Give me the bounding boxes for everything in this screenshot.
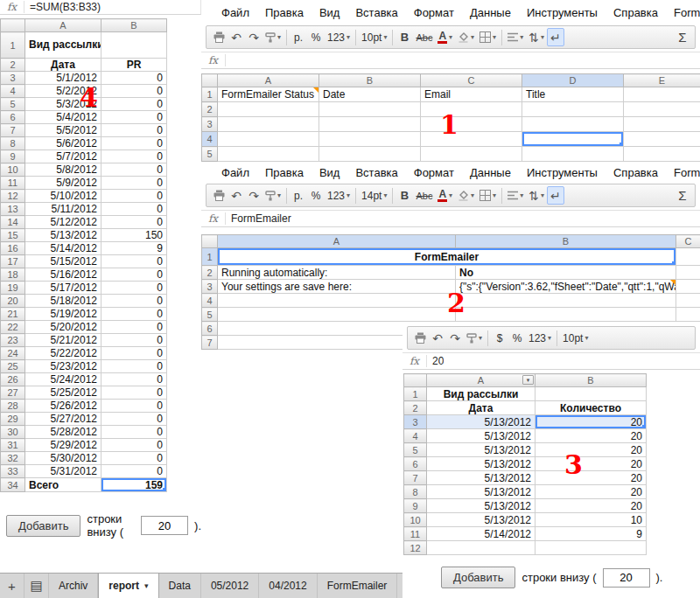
row-number[interactable]: 25 — [1, 360, 25, 373]
value-cell[interactable]: 150 — [102, 229, 167, 242]
running-automatically-label-cell[interactable]: Running automatically: — [218, 266, 456, 280]
cell[interactable] — [624, 102, 700, 117]
value-cell[interactable]: 20 — [536, 443, 647, 457]
undo-icon[interactable]: ↶ — [429, 329, 446, 348]
date-cell[interactable]: 5/11/2012 — [25, 203, 102, 216]
value-cell[interactable]: 20 — [536, 471, 647, 485]
cell[interactable] — [676, 308, 700, 322]
row-number[interactable]: 29 — [1, 413, 25, 426]
cell[interactable] — [218, 117, 319, 132]
cell[interactable] — [522, 147, 624, 162]
column-header[interactable]: C — [676, 235, 700, 248]
cell[interactable] — [522, 117, 624, 132]
value-cell[interactable]: 0 — [102, 137, 167, 150]
row-number[interactable]: 32 — [1, 452, 25, 465]
formula-value[interactable]: FormEmailer — [226, 212, 291, 225]
row-number[interactable]: 22 — [1, 321, 25, 334]
column-header[interactable]: B — [319, 74, 421, 87]
merged-title-cell[interactable]: FormEmailer — [218, 248, 676, 266]
header-date-cell[interactable]: Дата — [25, 59, 102, 72]
value-cell[interactable]: 20 — [536, 457, 647, 471]
menu-item[interactable]: FormEmailer — [666, 3, 700, 22]
row-number[interactable]: 12 — [1, 190, 25, 203]
cell[interactable] — [421, 147, 522, 162]
cell[interactable] — [319, 132, 421, 147]
row-number[interactable]: 19 — [1, 282, 25, 295]
cell-title[interactable]: Title — [522, 87, 624, 102]
value-cell[interactable]: 0 — [102, 413, 167, 426]
selected-cell[interactable] — [522, 132, 624, 147]
redo-icon[interactable]: ↷ — [245, 186, 262, 205]
date-cell[interactable]: 5/5/2012 — [25, 124, 102, 137]
row-number[interactable]: 5 — [404, 443, 427, 457]
total-label-cell[interactable]: Всего — [25, 478, 102, 492]
date-cell[interactable]: 5/13/2012 — [427, 513, 536, 527]
value-cell[interactable]: 0 — [102, 111, 167, 124]
date-cell[interactable]: 5/22/2012 — [25, 347, 102, 360]
settings-label-cell[interactable]: Your settings are save here: — [218, 280, 456, 294]
date-cell[interactable]: 5/7/2012 — [25, 150, 102, 163]
menu-item[interactable]: Вставка — [347, 163, 405, 182]
cell[interactable] — [536, 541, 647, 555]
formula-value[interactable]: 20 — [427, 355, 444, 367]
sheet-tab[interactable]: 05/2012 — [201, 574, 259, 598]
column-header[interactable]: A — [25, 19, 102, 32]
row-number[interactable]: 3 — [1, 72, 25, 85]
cell[interactable] — [456, 308, 676, 322]
row-number[interactable]: 8 — [404, 485, 427, 499]
menu-item[interactable]: Справка — [606, 3, 666, 22]
date-cell[interactable]: 5/13/2012 — [427, 429, 536, 443]
horizontal-align-button[interactable]: ▾ — [505, 186, 526, 205]
currency-format-button[interactable]: р. — [290, 28, 307, 47]
row-number[interactable]: 10 — [404, 513, 427, 527]
number-format-button[interactable]: 123▾ — [325, 28, 353, 47]
value-cell[interactable]: 0 — [102, 124, 167, 137]
menu-item[interactable]: Вид — [312, 3, 348, 22]
row-number[interactable]: 4 — [404, 429, 427, 443]
date-cell[interactable]: 5/16/2012 — [25, 268, 102, 282]
value-cell[interactable]: 0 — [102, 72, 167, 85]
cell[interactable] — [218, 132, 319, 147]
undo-icon[interactable]: ↶ — [228, 186, 245, 205]
row-number[interactable]: 26 — [1, 373, 25, 386]
date-cell[interactable]: 5/24/2012 — [25, 373, 102, 386]
column-header[interactable]: B — [456, 235, 676, 248]
date-cell[interactable]: 5/25/2012 — [25, 386, 102, 400]
total-value-cell[interactable]: 159 — [102, 478, 167, 492]
cell[interactable] — [676, 294, 700, 308]
row-number[interactable]: 9 — [404, 499, 427, 513]
column-dropdown-icon[interactable]: ▾ — [522, 375, 534, 385]
row-number[interactable]: 1 — [202, 248, 218, 266]
cell[interactable] — [624, 147, 700, 162]
column-header[interactable]: A — [218, 235, 456, 248]
print-icon[interactable] — [411, 329, 429, 348]
number-format-button[interactable]: 123▾ — [526, 329, 554, 348]
corner-cell[interactable] — [404, 374, 427, 387]
date-cell[interactable]: 5/30/2012 — [25, 452, 102, 465]
font-size-button[interactable]: 10pt▾ — [359, 28, 389, 47]
row-number[interactable]: 8 — [1, 137, 25, 150]
column-header[interactable]: C — [421, 74, 522, 87]
row-number[interactable]: 2 — [202, 266, 218, 280]
value-cell[interactable]: 0 — [102, 255, 167, 268]
corner-cell[interactable] — [1, 19, 25, 32]
sheet-tab[interactable]: report▾ — [98, 574, 158, 598]
horizontal-align-button[interactable]: ▾ — [505, 28, 526, 47]
date-cell[interactable]: 5/14/2012 — [427, 527, 536, 541]
menu-item[interactable]: Вид — [312, 163, 348, 182]
redo-icon[interactable]: ↷ — [446, 329, 464, 348]
row-number[interactable]: 11 — [404, 527, 427, 541]
formula-value[interactable]: =SUM(B3:B33) — [24, 1, 101, 13]
row-number[interactable]: 31 — [1, 439, 25, 452]
value-cell[interactable]: 0 — [102, 373, 167, 386]
value-cell[interactable]: 20 — [536, 485, 647, 499]
cell-a1[interactable]: Вид рассылки — [427, 387, 536, 401]
menu-item[interactable]: Вставка — [347, 3, 405, 22]
font-size-button[interactable]: 10pt▾ — [560, 329, 591, 348]
font-size-button[interactable]: 14pt▾ — [359, 186, 389, 205]
row-number[interactable]: 6 — [1, 111, 25, 124]
wrap-text-button[interactable]: ↵ — [547, 28, 564, 46]
date-cell[interactable]: 5/19/2012 — [25, 308, 102, 321]
value-cell[interactable]: 20 — [536, 429, 647, 443]
row-number[interactable]: 6 — [202, 322, 218, 336]
